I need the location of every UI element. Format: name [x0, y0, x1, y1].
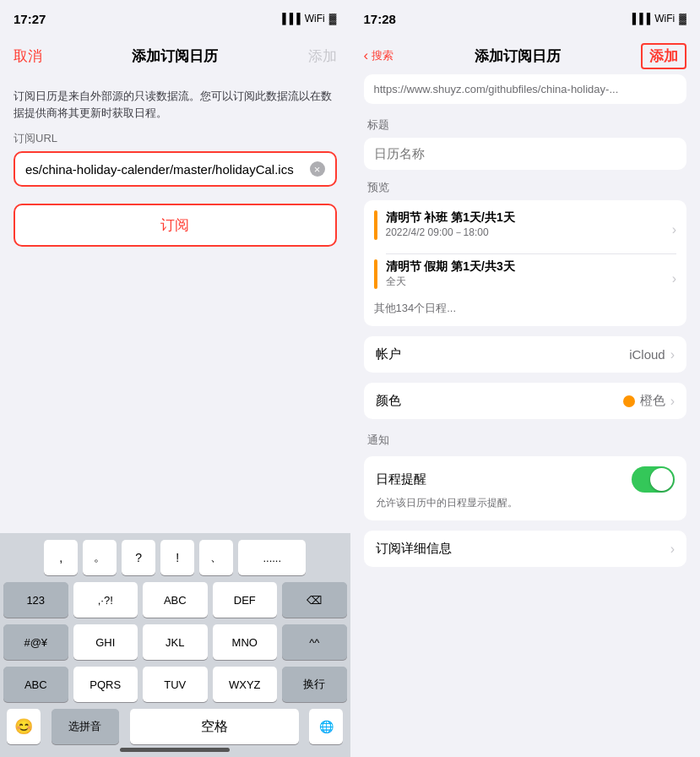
event-chevron-2: › — [672, 271, 676, 286]
right-status-icons: ▐▐▐ WiFi ▓ — [629, 13, 686, 25]
globe-icon[interactable]: 🌐 — [309, 709, 343, 744]
kb-key-emoji[interactable]: 😊 — [7, 709, 41, 744]
title-section-label: 标题 — [364, 117, 687, 133]
event-info-1: 清明节 补班 第1天/共1天 2022/4/2 09:00－18:00 — [386, 210, 515, 240]
kb-key-wxyz[interactable]: WXYZ — [213, 667, 278, 702]
account-label: 帐户 — [376, 346, 401, 362]
event-info-2: 清明节 假期 第1天/共3天 全天 — [386, 259, 515, 289]
kb-key-pinyin[interactable]: 选拼音 — [52, 709, 119, 744]
right-time: 17:28 — [364, 12, 396, 26]
kb-key-pqrs[interactable]: PQRS — [73, 667, 138, 702]
left-phone: 17:27 ▐▐▐ WiFi ▓ 取消 添加订阅日历 添加 订阅日历是来自外部源… — [0, 0, 350, 757]
kb-key-tuv[interactable]: TUV — [143, 667, 208, 702]
event-bar-2 — [374, 259, 377, 289]
preview-card: 清明节 补班 第1天/共1天 2022/4/2 09:00－18:00 › 清明… — [364, 200, 687, 326]
preview-label: 预览 — [364, 180, 687, 195]
event-chevron-1: › — [672, 222, 676, 237]
right-back-button[interactable]: ‹ 搜索 — [364, 47, 394, 64]
wifi-icon-right: WiFi — [654, 13, 675, 25]
right-phone: 17:28 ▐▐▐ WiFi ▓ ‹ 搜索 添加订阅日历 添加 https://… — [350, 0, 701, 757]
kb-key-ghi[interactable]: GHI — [73, 624, 138, 660]
event-item-1: 清明节 补班 第1天/共1天 2022/4/2 09:00－18:00 › — [374, 210, 677, 248]
info-text: 订阅日历是来自外部源的只读数据流。您可以订阅此数据流以在数据提供商将其更新时获取… — [0, 74, 350, 131]
title-section: 标题 — [364, 117, 687, 170]
account-row[interactable]: 帐户 iCloud › — [364, 336, 687, 373]
title-input[interactable] — [374, 146, 677, 161]
left-cancel-button[interactable]: 取消 — [14, 46, 42, 66]
right-nav-title: 添加订阅日历 — [475, 46, 561, 66]
clear-button[interactable] — [310, 161, 325, 177]
subscribe-button[interactable]: 订阅 — [14, 204, 337, 247]
event-title-2: 清明节 假期 第1天/共3天 — [386, 259, 515, 275]
title-field[interactable] — [364, 138, 687, 170]
signal-icon-right: ▐▐▐ — [629, 13, 651, 25]
chevron-left-icon: ‹ — [364, 47, 369, 64]
color-row[interactable]: 颜色 橙色 › — [364, 383, 687, 419]
home-bar — [120, 748, 230, 752]
kb-row-2: 123 ,·?! ABC DEF ⌫ — [3, 582, 347, 618]
left-add-button[interactable]: 添加 — [308, 46, 337, 66]
right-nav-bar: ‹ 搜索 添加订阅日历 添加 — [350, 37, 701, 74]
color-label: 颜色 — [376, 393, 401, 409]
event-time-1: 2022/4/2 09:00－18:00 — [386, 226, 515, 240]
color-dot — [623, 395, 635, 407]
kb-key-mno[interactable]: MNO — [213, 624, 278, 660]
subscription-label: 订阅详细信息 — [376, 541, 452, 557]
notification-toggle[interactable] — [632, 466, 675, 493]
battery-icon-right: ▓ — [679, 13, 686, 25]
kb-key-exclaim[interactable]: ! — [160, 540, 194, 575]
notification-toggle-row: 日程提醒 允许该日历中的日程显示提醒。 — [364, 456, 687, 520]
kb-key-period[interactable]: 。 — [83, 540, 117, 575]
toggle-label: 日程提醒 — [376, 471, 426, 487]
kb-key-def[interactable]: DEF — [213, 582, 278, 618]
color-chevron: › — [670, 394, 675, 409]
url-input-wrap[interactable]: es/china-holiday-calender/master/holiday… — [14, 151, 337, 187]
preview-section: 预览 清明节 补班 第1天/共1天 2022/4/2 09:00－18:00 › — [364, 180, 687, 326]
kb-key-symbols[interactable]: #@¥ — [3, 624, 68, 660]
signal-icon: ▐▐▐ — [279, 13, 301, 25]
subscription-row[interactable]: 订阅详细信息 › — [364, 531, 687, 567]
event-time-2: 全天 — [386, 275, 515, 289]
account-value: iCloud › — [629, 347, 675, 362]
wifi-icon: WiFi — [305, 13, 325, 25]
left-content: 订阅日历是来自外部源的只读数据流。您可以订阅此数据流以在数据提供商将其更新时获取… — [0, 74, 350, 533]
kb-key-123[interactable]: 123 — [3, 582, 68, 618]
left-time: 17:27 — [14, 12, 46, 26]
notification-section-label: 通知 — [350, 429, 701, 451]
account-chevron: › — [670, 347, 675, 362]
url-input-text[interactable]: es/china-holiday-calender/master/holiday… — [25, 162, 303, 177]
event-divider — [386, 253, 677, 254]
right-back-label[interactable]: 搜索 — [372, 48, 393, 63]
subscription-chevron: › — [670, 542, 675, 557]
kb-key-comma[interactable]: , — [44, 540, 78, 575]
color-value-text: 橙色 — [640, 393, 665, 409]
kb-key-ellipsis[interactable]: ...... — [238, 540, 306, 575]
event-item-1-inner: 清明节 补班 第1天/共1天 2022/4/2 09:00－18:00 — [374, 210, 515, 240]
kb-row-1: , 。 ? ! 、 ...... — [3, 540, 347, 575]
url-preview: https://www.shuyz.com/githubfiles/china-… — [364, 74, 687, 104]
kb-key-question[interactable]: ? — [122, 540, 155, 575]
kb-key-apostrophe[interactable]: 、 — [199, 540, 233, 575]
kb-key-punct[interactable]: ,·?! — [73, 582, 138, 618]
right-status-bar: 17:28 ▐▐▐ WiFi ▓ — [350, 0, 701, 37]
left-nav-bar: 取消 添加订阅日历 添加 — [0, 37, 350, 74]
right-add-button[interactable]: 添加 — [641, 43, 686, 69]
kb-key-abc2[interactable]: ABC — [3, 667, 68, 702]
event-bar-1 — [374, 210, 377, 240]
kb-key-jkl[interactable]: JKL — [143, 624, 208, 660]
right-content: https://www.shuyz.com/githubfiles/china-… — [350, 74, 701, 757]
left-nav-title: 添加订阅日历 — [132, 46, 218, 66]
more-events-text: 其他134个日程... — [374, 301, 677, 316]
kb-row-4: ABC PQRS TUV WXYZ 换行 — [3, 667, 347, 702]
keyboard: , 。 ? ! 、 ...... 123 ,·?! ABC DEF ⌫ #@¥ … — [0, 533, 350, 757]
kb-key-delete[interactable]: ⌫ — [282, 582, 347, 618]
color-value: 橙色 › — [623, 393, 675, 409]
kb-key-abc[interactable]: ABC — [143, 582, 208, 618]
url-field-section: 订阅URL es/china-holiday-calender/master/h… — [0, 131, 350, 187]
kb-key-space[interactable]: 空格 — [130, 709, 299, 744]
kb-key-return[interactable]: 换行 — [282, 667, 347, 702]
kb-key-caps[interactable]: ^^ — [282, 624, 347, 660]
toggle-sub-text: 允许该日历中的日程显示提醒。 — [376, 496, 676, 510]
url-field-label: 订阅URL — [14, 131, 337, 146]
kb-row-3: #@¥ GHI JKL MNO ^^ — [3, 624, 347, 660]
